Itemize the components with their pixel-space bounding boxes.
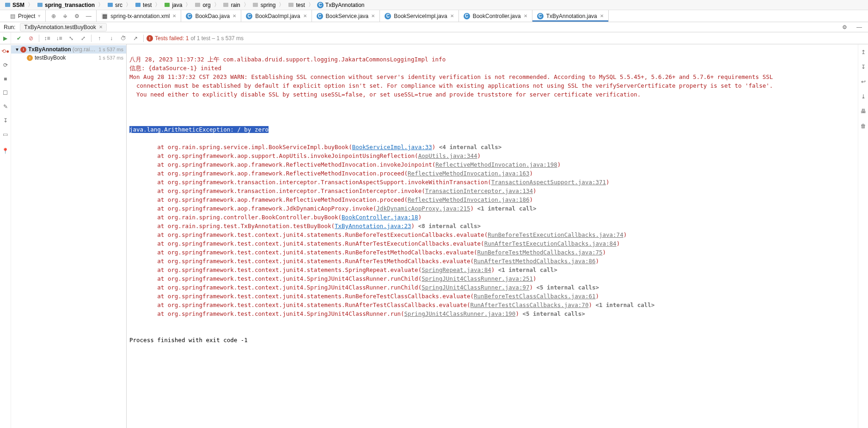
stack-link[interactable]: ReflectiveMethodInvocation.java:163 (408, 170, 529, 177)
close-tab-icon[interactable]: ✕ (450, 13, 454, 18)
close-tab-icon[interactable]: ✕ (371, 13, 375, 18)
close-run-icon[interactable]: ✕ (99, 24, 103, 30)
breadcrumb-java[interactable]: java (162, 2, 183, 8)
tab-spring-tx-xml[interactable]: ▦ spring-tx-annotation.xml ✕ (97, 10, 181, 22)
chevron-right-icon: 〉 (213, 1, 220, 9)
scroll-bottom-button[interactable]: ↧ (858, 62, 868, 72)
svg-rect-8 (288, 3, 293, 7)
close-tab-icon[interactable]: ✕ (524, 13, 527, 18)
class-icon: C (246, 13, 252, 19)
project-view-dropdown[interactable]: ▤ Project ▾ (0, 10, 46, 22)
rerun-button[interactable]: ▶ (0, 33, 11, 43)
tests-failed-label: Tests failed: 1 (155, 35, 189, 42)
stack-link[interactable]: BookServiceImpl.java:33 (352, 144, 432, 151)
breadcrumb-rain[interactable]: rain (221, 2, 242, 8)
breadcrumb-module[interactable]: spring_transaction (35, 2, 96, 8)
close-tab-icon[interactable]: ✕ (172, 13, 176, 18)
next-failed-button[interactable]: ↓ (106, 33, 116, 43)
scroll-to-end-button[interactable]: ⤓ (858, 91, 868, 102)
tree-class-row[interactable]: ▾ ! TxByAnnotation (org.rain.spring.te 1… (11, 45, 126, 54)
stack-link[interactable]: SpringJUnit4ClassRunner.java:251 (422, 275, 533, 282)
gear-icon[interactable]: ⚙ (839, 22, 850, 32)
stack-link[interactable]: BookController.java:18 (342, 214, 418, 221)
stack-link[interactable]: RunAfterTestClassCallbacks.java:70 (471, 301, 589, 308)
stack-link[interactable]: ReflectiveMethodInvocation.java:186 (408, 196, 529, 203)
fail-icon: ! (147, 35, 153, 42)
prev-failed-button[interactable]: ↑ (94, 33, 104, 43)
run-tool-header: Run: TxByAnnotation.testBuyBook ✕ ⚙ — (0, 22, 868, 32)
stack-link[interactable]: TransactionInterceptor.java:134 (425, 187, 533, 194)
expand-toggle-icon[interactable]: ▾ (14, 46, 20, 53)
hide-icon[interactable]: — (86, 11, 92, 21)
rerun-failed-button[interactable]: ⟲● (0, 46, 11, 56)
chevron-down-icon: ▾ (38, 13, 41, 19)
tree-class-pkg: (org.rain.spring.te (73, 46, 99, 53)
stack-link[interactable]: SpringJUnit4ClassRunner.java:97 (422, 284, 529, 291)
breadcrumb-spring[interactable]: spring (251, 2, 277, 8)
pin-button[interactable]: 📍 (0, 146, 11, 156)
module-icon (37, 2, 43, 8)
stack-link[interactable]: RunBeforeTestExecutionCallbacks.java:74 (488, 231, 623, 238)
test-tree[interactable]: ▾ ! TxByAnnotation (org.rain.spring.te 1… (11, 44, 127, 428)
close-tab-icon[interactable]: ✕ (600, 13, 604, 18)
class-icon: C (464, 13, 470, 19)
run-config-chip[interactable]: TxByAnnotation.testBuyBook ✕ (20, 23, 106, 31)
breadcrumb-test[interactable]: test (133, 2, 153, 8)
stack-link[interactable]: RunBeforeTestMethodCallbacks.java:75 (477, 249, 603, 256)
tab-bookservice[interactable]: C BookService.java ✕ (312, 10, 380, 22)
stack-link[interactable]: ReflectiveMethodInvocation.java:198 (435, 161, 557, 168)
hide-panel-icon[interactable]: — (854, 22, 864, 32)
breadcrumb-root[interactable]: SSM (3, 2, 26, 8)
pin-output-button[interactable]: ✎ (0, 102, 11, 112)
collapse-icon[interactable]: ≑ (62, 11, 68, 21)
stack-link[interactable]: RunAfterTestMethodCallbacks.java:86 (474, 258, 595, 265)
breadcrumb-src[interactable]: src (105, 2, 124, 8)
export-button[interactable]: ↗ (130, 33, 141, 43)
stack-link[interactable]: RunBeforeTestClassCallbacks.java:61 (474, 293, 595, 300)
tab-txbyannotation[interactable]: C TxByAnnotation.java ✕ (532, 10, 609, 22)
print-button[interactable]: 🖶 (858, 106, 868, 116)
console-output[interactable]: 八月 28, 2023 11:37:32 上午 com.alibaba.drui… (127, 44, 858, 428)
stack-link[interactable]: RunAfterTestExecutionCallbacks.java:84 (484, 240, 617, 247)
sort-alpha-button[interactable]: ↓≡ (54, 33, 64, 43)
stack-link[interactable]: JdkDynamicAopProxy.java:215 (376, 205, 470, 212)
close-tab-icon[interactable]: ✕ (232, 13, 236, 18)
tab-bookdaoimpl[interactable]: C BookDaoImpl.java ✕ (241, 10, 312, 22)
history-button[interactable]: ⏱ (118, 33, 128, 43)
dump-button[interactable]: ☐ (0, 88, 11, 98)
import-button[interactable]: ↧ (0, 115, 11, 126)
breadcrumb-class[interactable]: C TxByAnnotation (316, 2, 366, 8)
soft-wrap-button[interactable]: ↩ (858, 77, 868, 87)
settings-icon[interactable]: ⚙ (74, 11, 80, 21)
toggle-autotest-button[interactable]: ⟳ (0, 60, 11, 70)
class-icon: C (317, 2, 324, 8)
class-icon: C (537, 13, 544, 19)
show-ignored-button[interactable]: ⊘ (26, 33, 36, 43)
stack-link[interactable]: TxByAnnotation.java:23 (335, 223, 411, 229)
breadcrumb-org[interactable]: org (193, 2, 212, 8)
show-passed-button[interactable]: ✔ (14, 33, 24, 43)
stack-link[interactable]: SpringJUnit4ClassRunner.java:190 (404, 310, 516, 317)
stack-link[interactable]: SpringRepeat.java:84 (422, 266, 491, 273)
package-icon (287, 2, 294, 8)
collapse-button[interactable]: ⤢ (78, 33, 88, 43)
stack-link[interactable]: AopUtils.java:344 (418, 152, 477, 159)
scroll-top-button[interactable]: ↥ (858, 47, 868, 57)
tree-method-row[interactable]: ! testBuyBook 1 s 537 ms (11, 54, 126, 62)
breadcrumb-test2[interactable]: test (286, 2, 306, 8)
stack-link[interactable]: TransactionAspectSupport.java:371 (491, 179, 606, 186)
editor-tab-bar: ▤ Project ▾ ⊕ ≑ ⚙ — ▦ spring-tx-annotati… (0, 10, 868, 22)
expand-button[interactable]: ⤡ (66, 33, 76, 43)
locate-icon[interactable]: ⊕ (50, 11, 56, 21)
project-view-icon: ▤ (10, 13, 15, 19)
tab-bookcontroller[interactable]: C BookController.java ✕ (459, 10, 532, 22)
layout-button[interactable]: ▭ (0, 129, 11, 139)
class-icon: C (385, 13, 391, 19)
sort-button[interactable]: ↕≡ (42, 33, 52, 43)
tab-bookserviceimpl[interactable]: C BookServiceImpl.java ✕ (380, 10, 458, 22)
clear-all-button[interactable]: 🗑 (858, 121, 868, 131)
tab-bookdao[interactable]: C BookDao.java ✕ (181, 10, 241, 22)
stop-button[interactable]: ■ (0, 74, 11, 84)
close-tab-icon[interactable]: ✕ (303, 13, 307, 18)
chevron-right-icon: 〉 (307, 1, 315, 9)
